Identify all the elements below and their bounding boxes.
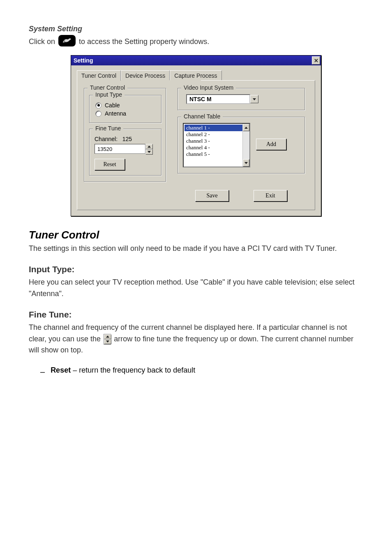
scroll-down-icon[interactable]: [243, 159, 249, 167]
list-item[interactable]: channel 1 -: [184, 125, 249, 131]
channel-prefix: Channel:: [95, 136, 118, 142]
svg-point-0: [64, 40, 65, 42]
svg-marker-7: [106, 341, 109, 343]
settings-wrench-icon: [58, 35, 76, 46]
close-icon: ✕: [314, 58, 318, 63]
tuner-control-section-body: The settings in this section will only n…: [29, 243, 363, 255]
fine-tune-group: Fine Tune Channel: 125 13520: [89, 129, 161, 176]
tuner-control-group-label: Tuner Control: [88, 84, 127, 91]
tuner-control-section-heading: Tuner Control: [29, 229, 363, 241]
frequency-spinner[interactable]: 13520: [95, 144, 157, 155]
close-button[interactable]: ✕: [312, 56, 320, 65]
reset-button[interactable]: Reset: [95, 159, 125, 170]
channel-number: 125: [122, 136, 132, 142]
radio-cable-row[interactable]: Cable: [95, 102, 156, 109]
svg-marker-2: [148, 151, 151, 153]
svg-marker-3: [253, 98, 256, 100]
scroll-up-icon[interactable]: [243, 124, 249, 131]
system-setting-heading: System Setting: [29, 25, 363, 33]
spin-up-button[interactable]: [145, 144, 153, 149]
exit-button[interactable]: Exit: [254, 190, 287, 202]
fine-tune-subheading: Fine Tune:: [29, 310, 363, 320]
list-item[interactable]: channel 4 -: [184, 144, 249, 151]
icon-line-prefix: Click on: [29, 37, 55, 46]
save-button[interactable]: Save: [195, 190, 229, 202]
svg-marker-1: [148, 146, 151, 148]
bullet-dash-icon: –: [40, 366, 45, 378]
channel-table-group: Channel Table channel 1 - channel 2 - ch…: [178, 117, 305, 174]
reset-bullet: – Reset – return the frequency back to d…: [40, 366, 363, 378]
tab-panel: Tuner Control Input Type Cable Antenna: [77, 80, 315, 210]
fine-tune-body: The channel and frequency of the current…: [29, 322, 363, 357]
svg-marker-4: [244, 127, 248, 129]
channel-listbox[interactable]: channel 1 - channel 2 - channel 3 - chan…: [183, 123, 250, 167]
video-input-system-group: Video Input System NTSC M: [178, 88, 305, 110]
radio-cable-label: Cable: [105, 102, 120, 109]
tuner-control-group: Tuner Control Input Type Cable Antenna: [84, 88, 166, 182]
video-input-system-label: Video Input System: [181, 84, 236, 91]
setting-window: Setting ✕ Tuner Control Device Process C…: [71, 55, 321, 216]
add-button[interactable]: Add: [256, 139, 286, 150]
reset-bullet-label: Reset: [51, 366, 71, 374]
fine-tune-label: Fine Tune: [93, 125, 123, 132]
up-down-arrows-icon: [104, 334, 111, 345]
list-item[interactable]: channel 3 -: [184, 138, 249, 144]
svg-marker-5: [244, 162, 248, 164]
radio-cable[interactable]: [95, 102, 101, 109]
channel-table-label: Channel Table: [181, 113, 223, 120]
input-type-subheading: Input Type:: [29, 264, 363, 274]
spin-down-button[interactable]: [145, 149, 153, 155]
tab-device-process[interactable]: Device Process: [121, 70, 170, 81]
radio-antenna[interactable]: [95, 111, 101, 117]
tab-strip: Tuner Control Device Process Capture Pro…: [77, 70, 315, 81]
tab-capture-process[interactable]: Capture Process: [170, 70, 221, 81]
title-bar: Setting ✕: [71, 56, 321, 65]
icon-line-suffix: to access the Setting property windows.: [79, 37, 209, 46]
window-title: Setting: [74, 57, 93, 64]
video-input-system-value: NTSC M: [186, 94, 250, 104]
reset-bullet-body: – return the frequency back to default: [71, 366, 195, 374]
input-type-label: Input Type: [93, 91, 125, 98]
input-type-group: Input Type Cable Antenna: [89, 95, 161, 123]
radio-antenna-label: Antenna: [105, 110, 126, 117]
list-item[interactable]: channel 2 -: [184, 131, 249, 138]
video-input-system-dropdown[interactable]: NTSC M: [186, 94, 259, 104]
svg-marker-6: [106, 336, 109, 338]
tab-tuner-control[interactable]: Tuner Control: [77, 70, 121, 81]
list-item[interactable]: channel 5 -: [184, 151, 249, 158]
radio-antenna-row[interactable]: Antenna: [95, 110, 156, 117]
listbox-scrollbar[interactable]: [242, 124, 249, 167]
frequency-value[interactable]: 13520: [95, 144, 145, 154]
dropdown-arrow-icon[interactable]: [250, 95, 258, 103]
input-type-body: Here you can select your TV reception me…: [29, 277, 363, 300]
scroll-track[interactable]: [243, 131, 249, 159]
